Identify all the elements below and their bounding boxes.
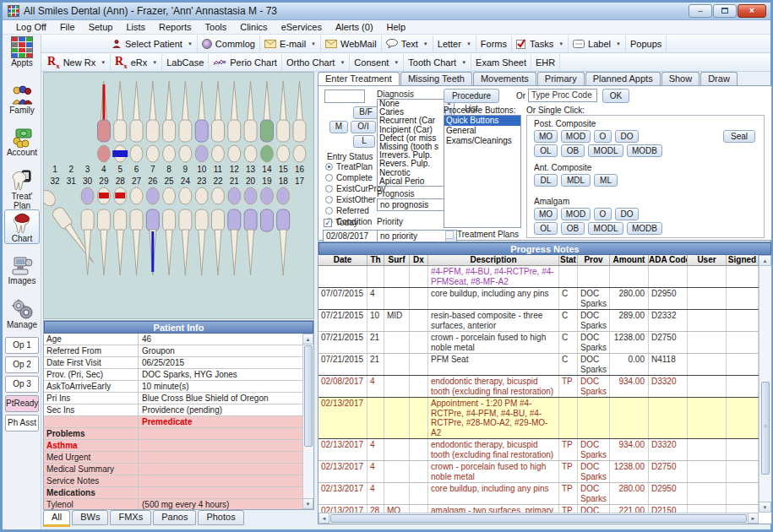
- today-checkbox[interactable]: ✓Today: [324, 218, 358, 227]
- dropdown-arrow-icon[interactable]: ▼: [423, 41, 428, 46]
- toolbar-button-text[interactable]: Text▼: [382, 35, 433, 52]
- procedure-buttons-option[interactable]: Exams/Cleanings: [444, 136, 520, 146]
- menu-item-clinics[interactable]: Clinics: [233, 21, 274, 33]
- menu-item-tools[interactable]: Tools: [199, 21, 234, 33]
- column-header-dx[interactable]: Dx: [410, 255, 428, 265]
- toolbar-button-letter[interactable]: Letter▼: [433, 35, 476, 52]
- proc-code-input[interactable]: Type Proc Code: [528, 89, 597, 102]
- dropdown-arrow-icon[interactable]: ▼: [461, 60, 466, 65]
- dropdown-arrow-icon[interactable]: ▼: [340, 60, 345, 65]
- op-button-ptready[interactable]: PtReady: [5, 395, 39, 412]
- tooth-29[interactable]: [97, 187, 110, 275]
- toolbar-button-select-patient[interactable]: Select Patient▼: [107, 35, 198, 52]
- image-tab-bws[interactable]: BWs: [72, 510, 108, 525]
- quick-button-amalgam-modl[interactable]: MODL: [588, 222, 623, 235]
- quick-button-post-composite-mod[interactable]: MOD: [561, 130, 591, 143]
- toolbar-button-popups[interactable]: Popups: [626, 35, 667, 52]
- surface-button-oi[interactable]: O/I: [351, 121, 376, 133]
- menu-item-lists[interactable]: Lists: [119, 21, 152, 33]
- tooth-22[interactable]: [212, 187, 225, 275]
- sidebar-module-chart[interactable]: Chart: [4, 209, 40, 244]
- dropdown-arrow-icon[interactable]: ▼: [188, 41, 193, 46]
- toolbar-button-erx[interactable]: RxeRx▼: [111, 54, 162, 71]
- quick-button-post-composite-ob[interactable]: OB: [561, 144, 585, 157]
- op-button-op-1[interactable]: Op 1: [5, 337, 39, 354]
- tooth-16[interactable]: [293, 81, 306, 162]
- image-tab-panos[interactable]: Panos: [153, 510, 196, 525]
- tab-missing-teeth[interactable]: Missing Teeth: [400, 72, 472, 85]
- menu-item-alerts-0-[interactable]: Alerts (0): [329, 21, 380, 33]
- tab-movements[interactable]: Movements: [473, 72, 536, 85]
- quick-button-post-composite-o[interactable]: O: [594, 130, 612, 143]
- op-button-op-3[interactable]: Op 3: [5, 376, 39, 393]
- sidebar-module-images[interactable]: Images: [4, 254, 40, 285]
- procedure-buttons-option[interactable]: General: [444, 126, 520, 136]
- quick-button-amalgam-mo[interactable]: MO: [534, 208, 558, 220]
- sidebar-module-account[interactable]: Account: [4, 126, 40, 157]
- tooth-19[interactable]: [260, 187, 273, 231]
- toolbar-button-new-rx[interactable]: RxNew Rx▼: [43, 54, 111, 71]
- diagnosis-option[interactable]: Apical Perio: [378, 177, 444, 186]
- menu-item-help[interactable]: Help: [380, 21, 413, 33]
- column-header-description[interactable]: Description: [428, 255, 559, 265]
- progress-note-row[interactable]: 02/08/20174endodontic therapy, bicuspid …: [318, 376, 759, 398]
- quick-button-post-composite-do[interactable]: DO: [615, 130, 639, 143]
- progress-note-row[interactable]: #4-PFM, #4-BU, #4-RCTPre, #4-PFMSeat, #8…: [318, 266, 759, 288]
- quick-button-seal[interactable]: Seal: [723, 130, 755, 143]
- column-header-amount[interactable]: Amount: [610, 255, 649, 265]
- progress-note-row[interactable]: 07/21/201521crown - porcelain fused to h…: [318, 332, 759, 354]
- dropdown-arrow-icon[interactable]: ▼: [394, 60, 399, 65]
- procedure-buttons-option[interactable]: Quick Buttons: [444, 116, 520, 126]
- column-header-stat[interactable]: Stat: [559, 255, 578, 265]
- toolbar-button-webmail[interactable]: WebMail: [321, 35, 382, 52]
- image-tab-photos[interactable]: Photos: [198, 510, 243, 525]
- maximize-button[interactable]: [713, 4, 737, 18]
- sidebar-module-family[interactable]: Family: [4, 84, 40, 115]
- column-header-date[interactable]: Date: [318, 255, 367, 265]
- quick-button-post-composite-modb[interactable]: MODB: [627, 144, 662, 157]
- op-button-ph-asst[interactable]: Ph Asst: [5, 415, 39, 432]
- menu-item-file[interactable]: File: [53, 21, 82, 33]
- column-header-prov[interactable]: Prov: [578, 255, 610, 265]
- toolbar-button-label[interactable]: Label▼: [569, 35, 626, 52]
- tooth-24[interactable]: [179, 187, 192, 275]
- tooth-6[interactable]: [130, 81, 143, 162]
- ok-button[interactable]: OK: [602, 89, 629, 103]
- dropdown-arrow-icon[interactable]: ▼: [101, 60, 106, 65]
- toolbar-button-forms[interactable]: Forms: [476, 35, 512, 52]
- procedure-buttons-listbox[interactable]: Quick ButtonsGeneralExams/Cleanings: [444, 115, 521, 228]
- quick-button-ant-composite-dl[interactable]: DL: [534, 174, 558, 187]
- tooth-23[interactable]: [195, 187, 208, 275]
- tooth-number-input[interactable]: [324, 90, 365, 103]
- progress-notes-column-headers[interactable]: DateThSurfDxDescriptionStatProvAmountADA…: [318, 255, 759, 266]
- surface-button-m[interactable]: M: [329, 121, 348, 133]
- tab-primary[interactable]: Primary: [537, 72, 585, 85]
- progress-note-row[interactable]: 07/21/201510MIDresin-based composite - t…: [318, 310, 759, 332]
- progress-note-row[interactable]: 02/13/2017Appointment - 1:20 PM #4-RCTPr…: [318, 398, 759, 439]
- progress-notes-vscrollbar[interactable]: ▲ ≡ ▼: [759, 255, 771, 513]
- dropdown-arrow-icon[interactable]: ▼: [311, 41, 316, 46]
- tab-show[interactable]: Show: [661, 72, 700, 85]
- sidebar-module-treat-plan[interactable]: Treat' Plan: [4, 168, 40, 210]
- tooth-26[interactable]: [146, 187, 159, 275]
- sidebar-module-manage[interactable]: Manage: [4, 296, 40, 329]
- tooth-20[interactable]: [244, 187, 257, 275]
- surface-button-bf[interactable]: B/F: [353, 106, 378, 119]
- dropdown-arrow-icon[interactable]: ▼: [558, 41, 563, 46]
- progress-notes-hscrollbar[interactable]: ◄ ►: [318, 513, 759, 524]
- menu-item-eservices[interactable]: eServices: [275, 21, 329, 33]
- tooth-8[interactable]: [163, 81, 176, 162]
- progress-notes-table[interactable]: #4-PFM, #4-BU, #4-RCTPre, #4-PFMSeat, #8…: [318, 266, 759, 513]
- tooth-27[interactable]: [130, 187, 143, 275]
- procedure-list-button[interactable]: Procedure List: [444, 89, 499, 103]
- quick-button-amalgam-ol[interactable]: OL: [534, 222, 558, 235]
- quick-button-amalgam-modb[interactable]: MODB: [627, 222, 662, 235]
- image-tab-all[interactable]: All: [43, 510, 70, 527]
- column-header-th[interactable]: Th: [367, 255, 384, 265]
- quick-button-post-composite-mo[interactable]: MO: [534, 130, 558, 143]
- tooth-7[interactable]: [146, 81, 159, 162]
- toolbar-button-tasks[interactable]: Tasks▼: [512, 35, 569, 52]
- toolbar-button-exam-sheet[interactable]: Exam Sheet: [471, 54, 531, 71]
- menu-item-log-off[interactable]: Log Off: [9, 21, 53, 33]
- tab-enter-treatment[interactable]: Enter Treatment: [318, 72, 400, 86]
